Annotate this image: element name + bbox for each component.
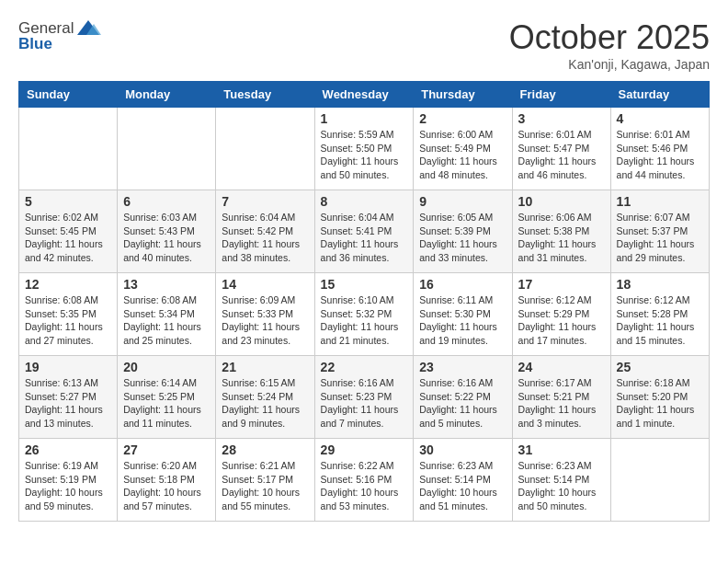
calendar-cell: 18Sunrise: 6:12 AMSunset: 5:28 PMDayligh… [610,273,709,356]
day-info: Sunrise: 6:02 AMSunset: 5:45 PMDaylight:… [25,211,111,265]
calendar-cell [610,439,709,522]
day-number: 1 [321,111,408,126]
calendar-cell: 19Sunrise: 6:13 AMSunset: 5:27 PMDayligh… [19,356,118,439]
calendar-week-row: 19Sunrise: 6:13 AMSunset: 5:27 PMDayligh… [19,356,710,439]
day-number: 20 [123,360,210,374]
day-info: Sunrise: 6:13 AMSunset: 5:27 PMDaylight:… [25,376,111,431]
day-info: Sunrise: 6:08 AMSunset: 5:35 PMDaylight:… [25,293,111,348]
calendar-cell: 8Sunrise: 6:04 AMSunset: 5:41 PMDaylight… [314,190,414,273]
calendar-cell: 1Sunrise: 5:59 AMSunset: 5:50 PMDaylight… [314,108,414,190]
calendar-cell: 15Sunrise: 6:10 AMSunset: 5:32 PMDayligh… [314,273,414,356]
day-number: 15 [321,277,408,292]
page-header: General Blue October 2025 Kan'onji, Kaga… [18,18,710,72]
calendar-table: SundayMondayTuesdayWednesdayThursdayFrid… [18,81,710,522]
calendar-week-row: 26Sunrise: 6:19 AMSunset: 5:19 PMDayligh… [19,439,710,522]
calendar-cell: 21Sunrise: 6:15 AMSunset: 5:24 PMDayligh… [216,356,314,439]
calendar-week-row: 12Sunrise: 6:08 AMSunset: 5:35 PMDayligh… [19,273,710,356]
calendar-week-row: 1Sunrise: 5:59 AMSunset: 5:50 PMDaylight… [19,108,710,190]
calendar-cell: 13Sunrise: 6:08 AMSunset: 5:34 PMDayligh… [118,273,216,356]
calendar-cell: 31Sunrise: 6:23 AMSunset: 5:14 PMDayligh… [512,439,610,522]
calendar-cell: 7Sunrise: 6:04 AMSunset: 5:42 PMDaylight… [216,190,314,273]
logo-icon [75,18,101,39]
calendar-cell [19,108,118,190]
day-info: Sunrise: 6:01 AMSunset: 5:46 PMDaylight:… [617,128,703,182]
day-number: 26 [25,442,111,457]
calendar-cell: 3Sunrise: 6:01 AMSunset: 5:47 PMDaylight… [512,108,610,190]
day-info: Sunrise: 6:04 AMSunset: 5:41 PMDaylight:… [321,211,408,265]
calendar-header-row: SundayMondayTuesdayWednesdayThursdayFrid… [19,82,710,108]
calendar-cell: 24Sunrise: 6:17 AMSunset: 5:21 PMDayligh… [512,356,610,439]
calendar-cell: 4Sunrise: 6:01 AMSunset: 5:46 PMDaylight… [610,108,709,190]
day-info: Sunrise: 6:03 AMSunset: 5:43 PMDaylight:… [123,211,210,265]
calendar-cell: 2Sunrise: 6:00 AMSunset: 5:49 PMDaylight… [414,108,512,190]
calendar-cell: 12Sunrise: 6:08 AMSunset: 5:35 PMDayligh… [19,273,118,356]
day-info: Sunrise: 6:20 AMSunset: 5:18 PMDaylight:… [123,459,210,513]
calendar-cell: 9Sunrise: 6:05 AMSunset: 5:39 PMDaylight… [414,190,512,273]
logo-blue-text: Blue [18,35,52,53]
calendar-cell [216,108,314,190]
calendar-cell: 11Sunrise: 6:07 AMSunset: 5:37 PMDayligh… [610,190,709,273]
day-info: Sunrise: 6:11 AMSunset: 5:30 PMDaylight:… [419,293,506,348]
day-number: 17 [518,277,605,292]
day-number: 8 [321,194,408,209]
day-info: Sunrise: 5:59 AMSunset: 5:50 PMDaylight:… [321,128,408,182]
calendar-week-row: 5Sunrise: 6:02 AMSunset: 5:45 PMDaylight… [19,190,710,273]
calendar-cell: 17Sunrise: 6:12 AMSunset: 5:29 PMDayligh… [512,273,610,356]
calendar-cell: 6Sunrise: 6:03 AMSunset: 5:43 PMDaylight… [118,190,216,273]
calendar-cell: 27Sunrise: 6:20 AMSunset: 5:18 PMDayligh… [118,439,216,522]
day-number: 10 [518,194,605,209]
day-info: Sunrise: 6:00 AMSunset: 5:49 PMDaylight:… [419,128,506,182]
calendar-cell: 28Sunrise: 6:21 AMSunset: 5:17 PMDayligh… [216,439,314,522]
month-title: October 2025 [509,18,710,57]
logo: General Blue [18,18,101,53]
day-number: 2 [419,111,506,126]
day-number: 29 [321,442,408,457]
day-info: Sunrise: 6:23 AMSunset: 5:14 PMDaylight:… [518,459,605,513]
day-info: Sunrise: 6:08 AMSunset: 5:34 PMDaylight:… [123,293,210,348]
day-number: 24 [518,360,605,374]
day-number: 21 [222,360,308,374]
title-area: October 2025 Kan'onji, Kagawa, Japan [509,18,710,72]
day-info: Sunrise: 6:09 AMSunset: 5:33 PMDaylight:… [222,293,308,348]
day-of-week-header: Tuesday [216,82,314,108]
day-of-week-header: Monday [118,82,216,108]
day-number: 9 [419,194,506,209]
day-info: Sunrise: 6:16 AMSunset: 5:22 PMDaylight:… [419,376,506,431]
day-info: Sunrise: 6:12 AMSunset: 5:28 PMDaylight:… [617,293,703,348]
day-of-week-header: Friday [512,82,610,108]
day-info: Sunrise: 6:04 AMSunset: 5:42 PMDaylight:… [222,211,308,265]
calendar-cell: 23Sunrise: 6:16 AMSunset: 5:22 PMDayligh… [414,356,512,439]
location-subtitle: Kan'onji, Kagawa, Japan [509,57,710,72]
day-number: 6 [123,194,210,209]
calendar-cell: 25Sunrise: 6:18 AMSunset: 5:20 PMDayligh… [610,356,709,439]
day-info: Sunrise: 6:17 AMSunset: 5:21 PMDaylight:… [518,376,605,431]
day-number: 7 [222,194,308,209]
day-info: Sunrise: 6:10 AMSunset: 5:32 PMDaylight:… [321,293,408,348]
calendar-cell: 5Sunrise: 6:02 AMSunset: 5:45 PMDaylight… [19,190,118,273]
calendar-cell: 16Sunrise: 6:11 AMSunset: 5:30 PMDayligh… [414,273,512,356]
day-number: 11 [617,194,703,209]
day-number: 27 [123,442,210,457]
day-number: 5 [25,194,111,209]
day-number: 30 [419,442,506,457]
day-number: 12 [25,277,111,292]
day-info: Sunrise: 6:01 AMSunset: 5:47 PMDaylight:… [518,128,605,182]
calendar-cell: 10Sunrise: 6:06 AMSunset: 5:38 PMDayligh… [512,190,610,273]
day-info: Sunrise: 6:23 AMSunset: 5:14 PMDaylight:… [419,459,506,513]
day-number: 4 [617,111,703,126]
day-of-week-header: Wednesday [314,82,414,108]
day-info: Sunrise: 6:22 AMSunset: 5:16 PMDaylight:… [321,459,408,513]
day-info: Sunrise: 6:19 AMSunset: 5:19 PMDaylight:… [25,459,111,513]
day-info: Sunrise: 6:16 AMSunset: 5:23 PMDaylight:… [321,376,408,431]
day-of-week-header: Thursday [414,82,512,108]
day-number: 18 [617,277,703,292]
day-number: 23 [419,360,506,374]
day-info: Sunrise: 6:05 AMSunset: 5:39 PMDaylight:… [419,211,506,265]
calendar-cell: 26Sunrise: 6:19 AMSunset: 5:19 PMDayligh… [19,439,118,522]
day-number: 13 [123,277,210,292]
day-info: Sunrise: 6:12 AMSunset: 5:29 PMDaylight:… [518,293,605,348]
day-number: 25 [617,360,703,374]
calendar-cell: 29Sunrise: 6:22 AMSunset: 5:16 PMDayligh… [314,439,414,522]
calendar-cell: 20Sunrise: 6:14 AMSunset: 5:25 PMDayligh… [118,356,216,439]
day-number: 28 [222,442,308,457]
